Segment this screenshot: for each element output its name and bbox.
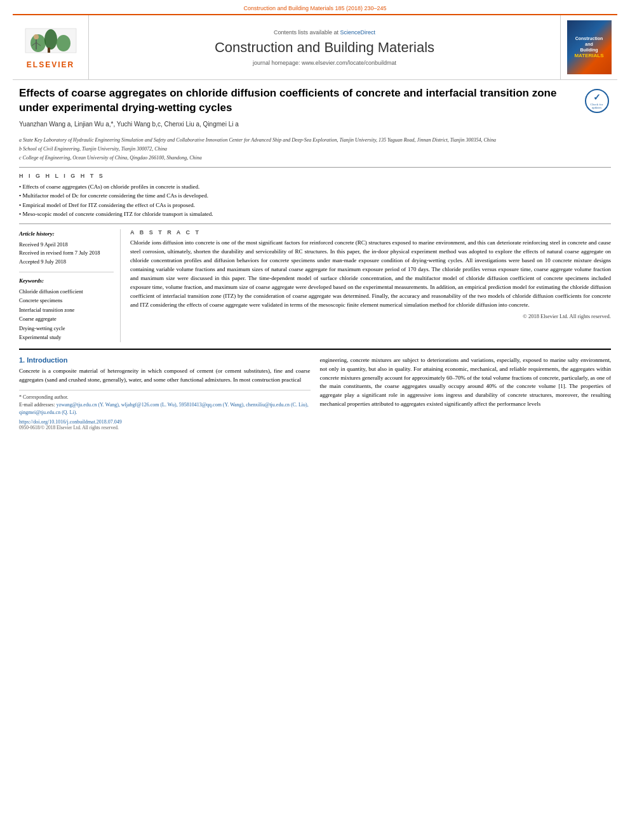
intro-right-col: engineering, concrete mixtures are subje…: [320, 356, 612, 430]
highlights-section: H I G H L I G H T S Effects of coarse ag…: [19, 173, 611, 219]
info-abstract-section: Article history: Received 9 April 2018 R…: [19, 229, 611, 342]
svg-rect-4: [48, 48, 50, 53]
intro-left-col: 1. Introduction Concrete is a composite …: [19, 356, 311, 430]
keyword-5: Drying-wetting cycle: [19, 324, 114, 333]
cover-line4: MATERIALS: [574, 53, 603, 58]
issn-text: 0950-0618/© 2018 Elsevier Ltd. All right…: [19, 425, 119, 430]
keywords-list: Chloride diffusion coefficient Concrete …: [19, 287, 114, 342]
homepage-line: journal homepage: www.elsevier.com/locat…: [253, 60, 396, 66]
cover-line3: Building: [580, 48, 598, 52]
journal-cover-block: Construction and Building MATERIALS: [560, 15, 617, 79]
keywords-label: Keywords:: [19, 276, 114, 285]
corresponding-author-note: * Corresponding author.: [19, 394, 311, 401]
crossmark-circle: ✓ Check for updates: [585, 89, 609, 113]
accepted-date: Accepted 9 July 2018: [19, 258, 114, 267]
elsevier-logo-block: ELSEVIER: [13, 15, 89, 79]
article-history-label: Article history:: [19, 229, 114, 238]
cover-text-construction: Construction and Building MATERIALS: [574, 36, 603, 60]
elsevier-tree-icon: [22, 25, 79, 60]
highlights-label: H I G H L I G H T S: [19, 173, 611, 179]
crossmark-badge[interactable]: ✓ Check for updates: [582, 86, 611, 115]
crossmark-icon: ✓: [593, 92, 601, 103]
crossmark-label: Check for updates: [586, 103, 608, 109]
email-addresses: yzwang@tju.edu.cn (Y. Wang), wljabgf@126…: [19, 402, 309, 415]
cover-line2: and: [585, 42, 593, 46]
email-footnote: E-mail addresses: yzwang@tju.edu.cn (Y. …: [19, 401, 311, 417]
thick-divider: [19, 349, 611, 350]
abstract-text: Chloride ions diffusion into concrete is…: [130, 239, 611, 310]
affiliation-b: b School of Civil Engineering, Tianjin U…: [19, 145, 611, 153]
article-dates: Received 9 April 2018 Received in revise…: [19, 241, 114, 267]
highlight-item-4: Meso-scopic model of concrete considerin…: [19, 210, 611, 218]
email-label: E-mail addresses:: [19, 402, 55, 408]
footnotes-section: * Corresponding author. E-mail addresses…: [19, 390, 311, 430]
page: Construction and Building Materials 185 …: [0, 0, 630, 840]
article-title-block: Effects of coarse aggregates on chloride…: [19, 86, 575, 131]
highlight-item-2: Multifactor model of Dc for concrete con…: [19, 191, 611, 200]
journal-title: Construction and Building Materials: [215, 39, 434, 56]
journal-reference: Construction and Building Materials 185 …: [0, 0, 630, 14]
affiliation-c: c College of Engineering, Ocean Universi…: [19, 154, 611, 162]
article-title: Effects of coarse aggregates on chloride…: [19, 86, 575, 116]
article-info: Article history: Received 9 April 2018 R…: [19, 229, 114, 342]
divider-keywords: [19, 272, 114, 272]
authors-text: Yuanzhan Wang a, Linjian Wu a,*, Yuchi W…: [19, 121, 239, 128]
journal-ref-text: Construction and Building Materials 185 …: [243, 5, 386, 11]
elsevier-logo: ELSEVIER: [22, 25, 79, 69]
keyword-2: Concrete specimens: [19, 296, 114, 305]
article-header: Effects of coarse aggregates on chloride…: [19, 86, 611, 131]
journal-title-block: Contents lists available at ScienceDirec…: [89, 15, 560, 79]
highlight-item-3: Empirical model of Dref for ITZ consider…: [19, 201, 611, 210]
corresponding-text: * Corresponding author.: [19, 394, 69, 400]
svg-point-3: [57, 35, 70, 51]
sciencedirect-link[interactable]: ScienceDirect: [340, 29, 376, 36]
intro-section-title: 1. Introduction: [19, 356, 311, 364]
article-info-col: Article history: Received 9 April 2018 R…: [19, 229, 121, 342]
abstract-label: A B S T R A C T: [130, 229, 611, 236]
authors-line: Yuanzhan Wang a, Linjian Wu a,*, Yuchi W…: [19, 121, 575, 128]
svg-point-2: [44, 29, 57, 50]
highlight-item-1: Effects of coarse aggregates (CAs) on ch…: [19, 182, 611, 191]
divider-1: [19, 167, 611, 168]
keyword-4: Coarse aggregate: [19, 314, 114, 323]
main-content: Effects of coarse aggregates on chloride…: [0, 80, 630, 437]
doi-line[interactable]: https://doi.org/10.1016/j.conbuildmat.20…: [19, 419, 311, 425]
contents-label: Contents lists available at: [274, 29, 338, 36]
divider-2: [19, 223, 611, 224]
keyword-3: Interfacial transition zone: [19, 305, 114, 314]
intro-right-para: engineering, concrete mixtures are subje…: [320, 356, 612, 410]
highlights-list: Effects of coarse aggregates (CAs) on ch…: [19, 182, 611, 219]
keyword-1: Chloride diffusion coefficient: [19, 287, 114, 296]
affiliation-a: a State Key Laboratory of Hydraulic Engi…: [19, 137, 611, 144]
journal-header: ELSEVIER Contents lists available at Sci…: [13, 14, 617, 80]
doi-text: https://doi.org/10.1016/j.conbuildmat.20…: [19, 419, 122, 425]
cover-line1: Construction: [575, 36, 603, 41]
abstract-col: A B S T R A C T Chloride ions diffusion …: [130, 229, 611, 342]
received-date: Received 9 April 2018: [19, 241, 114, 250]
copyright-line: © 2018 Elsevier Ltd. All rights reserved…: [130, 313, 611, 319]
elsevier-wordmark: ELSEVIER: [27, 60, 74, 69]
issn-line: 0950-0618/© 2018 Elsevier Ltd. All right…: [19, 425, 311, 430]
svg-point-5: [34, 34, 39, 39]
keyword-6: Experimental study: [19, 333, 114, 342]
journal-cover-image: Construction and Building MATERIALS: [567, 20, 612, 74]
introduction-section: 1. Introduction Concrete is a composite …: [19, 356, 611, 430]
revised-date: Received in revised form 7 July 2018: [19, 249, 114, 258]
affiliations: a State Key Laboratory of Hydraulic Engi…: [19, 137, 611, 162]
intro-left-para: Concrete is a composite material of hete…: [19, 367, 311, 385]
contents-available-line: Contents lists available at ScienceDirec…: [274, 29, 375, 36]
